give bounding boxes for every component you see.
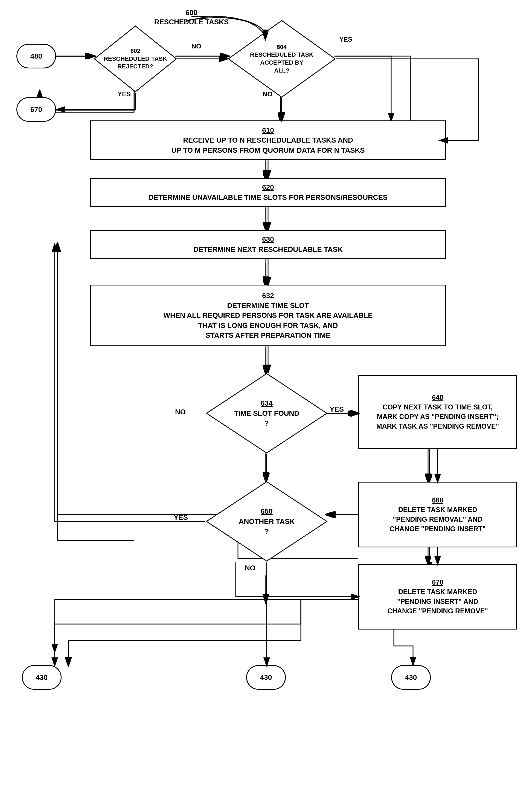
node-660: 660 DELETE TASK MARKED "PENDING REMOVAL"…	[358, 482, 517, 547]
label-yes-650: YES	[174, 513, 188, 522]
node-430: 430	[22, 665, 61, 690]
node-602: 602 RESCHEDULED TASK REJECTED?	[93, 25, 178, 93]
node-430-b: 430	[246, 665, 286, 690]
label-no-650: NO	[245, 564, 255, 572]
label-no-602-604: NO	[191, 42, 201, 50]
node-430-c: 430	[391, 665, 431, 690]
flowchart-diagram: 480 670 600 RESCHEDULE TASKS 602 RESCHED…	[0, 0, 532, 791]
label-no-604: NO	[263, 90, 272, 98]
label-no-634: NO	[175, 408, 186, 416]
node-634: 634 TIME SLOT FOUND ?	[205, 372, 328, 454]
node-632: 632 DETERMINE TIME SLOT WHEN ALL REQUIRE…	[90, 284, 446, 346]
node-620: 620 DETERMINE UNAVAILABLE TIME SLOTS FOR…	[90, 178, 446, 207]
node-640: 640 COPY NEXT TASK TO TIME SLOT, MARK CO…	[358, 375, 517, 449]
node-610: 610 RECEIVE UP TO N RESCHEDULABLE TASKS …	[90, 121, 446, 160]
label-yes-634: YES	[329, 405, 344, 413]
node-604: 604 RESCHEDULED TASK ACCEPTED BY ALL?	[227, 19, 337, 98]
node-480: 480	[16, 44, 56, 69]
node-670-bottom: 670 DELETE TASK MARKED "PENDING INSERT" …	[358, 564, 517, 629]
node-650: 650 ANOTHER TASK ?	[205, 480, 328, 563]
label-yes-604: YES	[339, 36, 352, 43]
label-600: 600 RESCHEDULE TASKS	[153, 8, 230, 27]
label-yes-602: YES	[118, 90, 131, 98]
node-630: 630 DETERMINE NEXT RESCHEDULABLE TASK	[90, 230, 446, 259]
node-670-top: 670	[16, 97, 56, 122]
